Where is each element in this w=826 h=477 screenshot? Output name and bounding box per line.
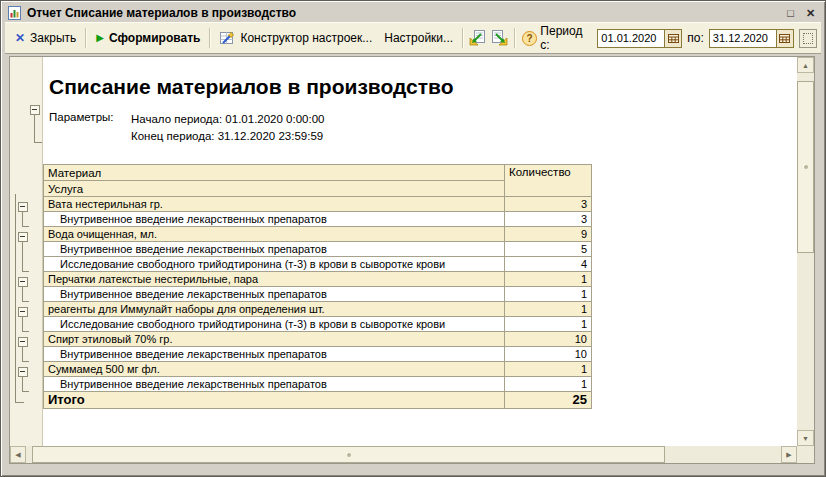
- quantity-cell[interactable]: 1: [505, 272, 592, 287]
- vertical-scrollbar[interactable]: ▲ ▼: [797, 57, 814, 446]
- col-header-service[interactable]: Услуга: [44, 181, 505, 197]
- calendar-button-to[interactable]: [776, 30, 793, 47]
- collapse-button[interactable]: [30, 105, 39, 114]
- service-cell[interactable]: Исследование свободного трийодтиронина (…: [44, 257, 505, 272]
- table-row: Перчатки латекстые нестерильные, пара1: [44, 272, 592, 287]
- report-window-icon: [7, 6, 22, 20]
- service-cell[interactable]: Внутривенное введение лекарственных преп…: [44, 347, 505, 362]
- total-row[interactable]: Итого 25: [44, 392, 592, 409]
- report-area: Списание материалов в производство Парам…: [9, 56, 815, 464]
- material-cell[interactable]: Спирт этиловый 70% гр.: [44, 332, 505, 347]
- vertical-scroll-thumb[interactable]: [797, 81, 814, 253]
- total-quantity-cell[interactable]: 25: [505, 392, 592, 409]
- period-select-button[interactable]: [799, 29, 817, 48]
- collapse-button[interactable]: [18, 307, 27, 316]
- report-table-body: Вата нестерильная гр.3Внутривенное введе…: [44, 197, 592, 392]
- settings-button-label: Настройки...: [384, 31, 453, 45]
- table-row: Вода очищенная, мл.9: [44, 227, 592, 242]
- quantity-cell[interactable]: 10: [505, 347, 592, 362]
- quantity-cell[interactable]: 1: [505, 287, 592, 302]
- material-cell[interactable]: Суммамед 500 мг фл.: [44, 362, 505, 377]
- play-icon: ▶: [96, 33, 104, 43]
- grouping-gutter: [10, 57, 43, 446]
- settings-constructor-label: Конструктор настроек...: [240, 31, 372, 45]
- title-bar: Отчет Списание материалов в производство…: [5, 4, 821, 22]
- restore-settings-button[interactable]: [467, 27, 489, 49]
- collapse-button[interactable]: [18, 277, 27, 286]
- generate-button[interactable]: ▶ Сформировать: [90, 26, 206, 50]
- calendar-icon: [779, 33, 790, 44]
- params-label: Параметры:: [49, 111, 131, 145]
- help-icon: ?: [522, 31, 537, 46]
- minimize-button[interactable]: _: [762, 6, 779, 21]
- quantity-cell[interactable]: 3: [505, 212, 592, 227]
- window-title: Отчет Списание материалов в производство: [27, 6, 296, 20]
- table-row: Вата нестерильная гр.3: [44, 197, 592, 212]
- scroll-right-button[interactable]: ▶: [781, 446, 797, 463]
- table-row: реагенты для Иммулайт наборы для определ…: [44, 302, 592, 317]
- period-from-label: Период с:: [540, 24, 592, 52]
- quantity-cell[interactable]: 10: [505, 332, 592, 347]
- material-cell[interactable]: Вата нестерильная гр.: [44, 197, 505, 212]
- col-header-quantity[interactable]: Количество: [505, 165, 592, 197]
- total-label-cell[interactable]: Итого: [44, 392, 505, 409]
- horizontal-scrollbar[interactable]: ◀ ▶: [10, 446, 797, 463]
- table-row: Внутривенное введение лекарственных преп…: [44, 347, 592, 362]
- table-row: Внутривенное введение лекарственных преп…: [44, 212, 592, 227]
- report-table: Материал Количество Услуга Вата нестерил…: [43, 164, 592, 409]
- quantity-cell[interactable]: 1: [505, 317, 592, 332]
- close-button-label: Закрыть: [30, 31, 76, 45]
- service-cell[interactable]: Исследование свободного трийодтиронина (…: [44, 317, 505, 332]
- quantity-cell[interactable]: 1: [505, 377, 592, 392]
- scroll-down-button[interactable]: ▼: [797, 430, 814, 446]
- table-row: Исследование свободного трийодтиронина (…: [44, 257, 592, 272]
- scroll-left-button[interactable]: ◀: [10, 446, 26, 463]
- collapse-button[interactable]: [18, 337, 27, 346]
- period-to-input[interactable]: [710, 30, 776, 47]
- app-window: Отчет Списание материалов в производство…: [0, 0, 826, 477]
- help-button[interactable]: ?: [519, 27, 541, 49]
- scroll-right-icon: ▶: [786, 451, 791, 458]
- quantity-cell[interactable]: 1: [505, 362, 592, 377]
- scrollbar-corner: [797, 446, 814, 463]
- param-line-start: Начало периода: 01.01.2020 0:00:00: [131, 111, 324, 128]
- toolbar: ✕ Закрыть ▶ Сформировать Конструктор нас…: [5, 22, 821, 54]
- scroll-down-icon: ▼: [802, 435, 809, 442]
- service-cell[interactable]: Внутривенное введение лекарственных преп…: [44, 242, 505, 257]
- horizontal-scroll-thumb[interactable]: [32, 446, 665, 463]
- quantity-cell[interactable]: 4: [505, 257, 592, 272]
- quantity-cell[interactable]: 5: [505, 242, 592, 257]
- table-row: Внутривенное введение лекарственных преп…: [44, 377, 592, 392]
- save-settings-button[interactable]: [489, 27, 511, 49]
- material-cell[interactable]: реагенты для Иммулайт наборы для определ…: [44, 302, 505, 317]
- period-from-input[interactable]: [598, 30, 664, 47]
- report-title: Списание материалов в производство: [49, 75, 454, 99]
- close-button[interactable]: ✕ Закрыть: [9, 26, 82, 50]
- quantity-cell[interactable]: 1: [505, 302, 592, 317]
- service-cell[interactable]: Внутривенное введение лекарственных преп…: [44, 377, 505, 392]
- settings-button[interactable]: Настройки...: [378, 26, 459, 50]
- scroll-up-button[interactable]: ▲: [797, 57, 814, 73]
- settings-constructor-button[interactable]: Конструктор настроек...: [214, 26, 378, 50]
- col-header-material[interactable]: Материал: [44, 165, 505, 181]
- collapse-button[interactable]: [18, 367, 27, 376]
- collapse-button[interactable]: [18, 232, 27, 241]
- collapse-button[interactable]: [18, 202, 27, 211]
- table-row: Внутривенное введение лекарственных преп…: [44, 287, 592, 302]
- toolbar-separator: [85, 28, 87, 48]
- calendar-button-from[interactable]: [664, 30, 681, 47]
- close-window-button[interactable]: ✕: [802, 6, 819, 21]
- material-cell[interactable]: Вода очищенная, мл.: [44, 227, 505, 242]
- quantity-cell[interactable]: 9: [505, 227, 592, 242]
- toolbar-separator: [462, 28, 464, 48]
- period-controls: Период с: по:: [540, 24, 817, 52]
- maximize-button[interactable]: □: [782, 6, 799, 21]
- quantity-cell[interactable]: 3: [505, 197, 592, 212]
- period-select-icon: [803, 33, 813, 44]
- service-cell[interactable]: Внутривенное введение лекарственных преп…: [44, 287, 505, 302]
- toolbar-separator: [209, 28, 211, 48]
- restore-settings-icon: [469, 30, 486, 46]
- service-cell[interactable]: Внутривенное введение лекарственных преп…: [44, 212, 505, 227]
- report-parameters: Параметры: Начало периода: 01.01.2020 0:…: [49, 111, 324, 145]
- material-cell[interactable]: Перчатки латекстые нестерильные, пара: [44, 272, 505, 287]
